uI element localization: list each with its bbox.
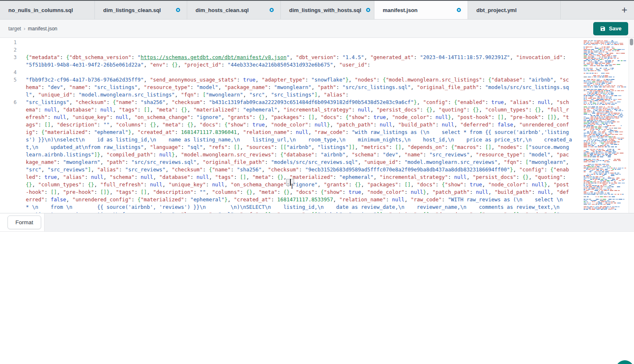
unsaved-dot-icon[interactable] (457, 8, 461, 12)
line-number: 6 (0, 99, 17, 213)
format-button[interactable]: Format (7, 215, 41, 229)
results-panel (0, 232, 634, 364)
code-text (26, 39, 583, 46)
unsaved-dot-icon[interactable] (270, 8, 274, 12)
code-text (26, 69, 583, 76)
code-text: "fbb9f3c2-cf96-4a17-b736-976a62d35ff9", … (26, 76, 583, 99)
code-line[interactable]: 2 (0, 46, 583, 54)
line-number: 4 (0, 69, 17, 76)
file-action-bar: target › manifest.json Save (0, 20, 634, 38)
tab-manifest-json[interactable]: manifest.json (374, 1, 468, 19)
tab-dim-listings-with-hosts[interactable]: dim_listings_with_hosts.sql (281, 1, 374, 19)
ibeam-cursor-icon: I (291, 183, 293, 190)
code-line[interactable]: 6"src_listings", "checksum": {"name": "s… (0, 99, 583, 213)
code-text: "src_listings", "checksum": {"name": "sh… (26, 99, 583, 213)
tab-label: dbt_project.yml (476, 7, 517, 13)
line-number: 5 (0, 76, 17, 99)
editor-scrollbar[interactable] (629, 38, 634, 213)
add-tab-button[interactable]: + (619, 4, 630, 16)
bottom-toolbar: Format (0, 213, 634, 232)
unsaved-dot-icon[interactable] (176, 8, 180, 12)
scrollbar-thumb[interactable] (630, 39, 633, 45)
code-line[interactable]: 1 (0, 39, 583, 46)
minimap[interactable] (583, 38, 629, 213)
breadcrumb-file[interactable]: manifest.json (28, 26, 57, 32)
code-line[interactable]: 3{"metadata": {"dbt_schema_version": "ht… (0, 54, 583, 69)
code-line[interactable]: 4 (0, 69, 583, 76)
tab-bar-filler: + (561, 1, 634, 19)
line-number: 1 (0, 39, 17, 46)
dbt-ide-window: no_nulls_in_columns.sql dim_listings_cle… (0, 0, 634, 364)
tab-label: dim_hosts_clean.sql (196, 7, 249, 13)
bottom-toolbar-left: Format (0, 213, 44, 231)
code-line[interactable]: 5"fbb9f3c2-cf96-4a17-b736-976a62d35ff9",… (0, 76, 583, 99)
tab-label: manifest.json (383, 7, 418, 13)
chevron-right-icon: › (24, 25, 25, 32)
code-text: {"metadata": {"dbt_schema_version": "htt… (26, 54, 583, 69)
tab-dim-hosts-clean[interactable]: dim_hosts_clean.sql (187, 1, 281, 19)
tab-dim-listings-clean[interactable]: dim_listings_clean.sql (95, 1, 187, 19)
tab-no-nulls-in-columns[interactable]: no_nulls_in_columns.sql (0, 1, 95, 19)
line-number: 2 (0, 46, 17, 54)
bottom-toolbar-right (44, 213, 634, 231)
tab-label: dim_listings_clean.sql (103, 7, 161, 13)
floppy-disk-icon (600, 26, 606, 32)
unsaved-dot-icon[interactable] (366, 8, 370, 12)
breadcrumb-folder[interactable]: target (8, 26, 21, 32)
tab-dbt-project-yml[interactable]: dbt_project.yml (468, 1, 561, 19)
tab-label: no_nulls_in_columns.sql (8, 7, 73, 13)
editor-workspace: 123{"metadata": {"dbt_schema_version": "… (0, 38, 634, 213)
save-button-label: Save (609, 25, 622, 32)
editor-tab-bar: no_nulls_in_columns.sql dim_listings_cle… (0, 1, 634, 20)
tab-label: dim_listings_with_hosts.sql (289, 7, 361, 13)
save-button[interactable]: Save (593, 22, 628, 35)
line-number: 3 (0, 54, 17, 69)
code-text (26, 46, 583, 54)
minimap-canvas (583, 40, 626, 212)
